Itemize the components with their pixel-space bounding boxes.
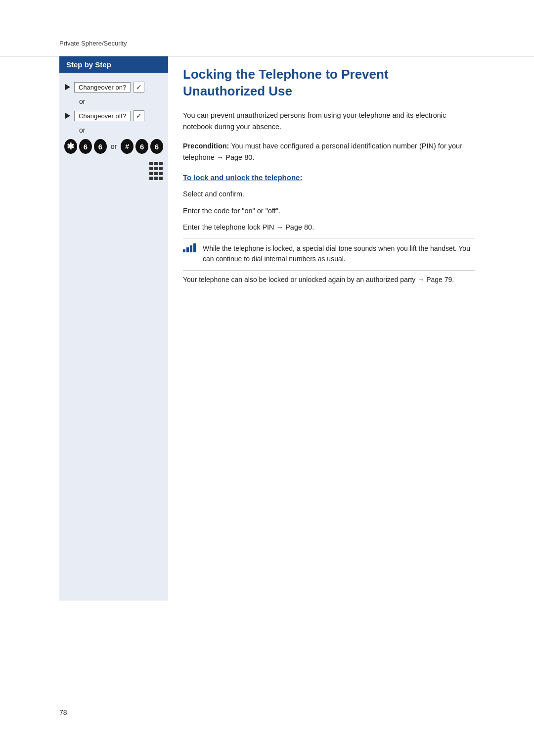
page-container: Private Sphere/Security Step by Step Cha… — [0, 0, 534, 756]
bar-4 — [193, 243, 196, 252]
or-label-1: or — [59, 96, 168, 106]
keypad-dot — [154, 162, 158, 165]
six-button-3: 6 — [135, 139, 148, 154]
star-button: ✱ — [64, 139, 77, 154]
keypad-dot — [159, 177, 163, 180]
or-label-2: or — [59, 125, 168, 135]
main-layout: Step by Step Changeover on? ✓ or — [0, 56, 534, 601]
step-by-step-header: Step by Step — [59, 56, 168, 73]
check-box-2: ✓ — [134, 110, 144, 121]
bar-2 — [186, 247, 189, 252]
instruction-row-3: Enter the telephone lock PIN → Page 80. — [183, 222, 475, 233]
bar-3 — [190, 245, 192, 252]
signal-bars — [183, 243, 196, 252]
description-text: You can prevent unauthorized persons fro… — [183, 110, 475, 133]
instruction-row-1: Select and confirm. — [183, 189, 475, 200]
sidebar-spacer — [59, 189, 168, 437]
note-row-1: While the telephone is locked, a special… — [183, 238, 475, 264]
keypad-dot — [154, 167, 158, 170]
content-area: Locking the Telephone to Prevent Unautho… — [168, 56, 475, 601]
changeover-off-label[interactable]: Changeover off? — [74, 111, 131, 121]
breadcrumb: Private Sphere/Security — [59, 40, 475, 47]
code-row: ✱ 6 6 or # 6 6 — [59, 135, 168, 158]
keypad-row — [59, 158, 168, 185]
page-title: Locking the Telephone to Prevent Unautho… — [183, 66, 475, 100]
header-section: Private Sphere/Security — [0, 0, 534, 56]
keypad-dot — [149, 172, 153, 175]
instruction-text-2: Enter the code for "on" or "off". — [183, 205, 280, 217]
sidebar-interactions: Changeover on? ✓ or Changeover off? ✓ or — [59, 73, 168, 189]
keypad-dot — [154, 172, 158, 175]
keypad-dot — [154, 177, 158, 180]
keypad-dot — [149, 162, 153, 165]
keypad-icon — [149, 162, 163, 181]
six-button-4: 6 — [150, 139, 163, 154]
page-number: 78 — [59, 709, 67, 716]
precondition-text: Precondition: You must have configured a… — [183, 141, 475, 163]
changeover-off-row: Changeover off? ✓ — [59, 108, 168, 123]
precondition-label: Precondition: — [183, 142, 229, 150]
keypad-dot — [159, 162, 163, 165]
bar-1 — [183, 249, 185, 252]
play-icon-2 — [64, 112, 71, 119]
note-text-2: Your telephone can also be locked or unl… — [183, 270, 475, 285]
play-triangle-2 — [65, 113, 70, 119]
instruction-text-3: Enter the telephone lock PIN → Page 80. — [183, 222, 314, 233]
note-text-1: While the telephone is locked, a special… — [203, 243, 475, 264]
play-icon-1 — [64, 84, 71, 91]
instruction-row-2: Enter the code for "on" or "off". — [183, 205, 475, 217]
section-heading: To lock and unlock the telephone: — [183, 173, 475, 182]
six-button-1: 6 — [79, 139, 92, 154]
signal-bars-icon — [183, 243, 198, 252]
changeover-on-row: Changeover on? ✓ — [59, 80, 168, 94]
sidebar: Step by Step Changeover on? ✓ or — [59, 56, 168, 601]
keypad-dot — [149, 167, 153, 170]
code-or-label: or — [111, 142, 117, 150]
keypad-dot — [149, 177, 153, 180]
six-button-2: 6 — [94, 139, 107, 154]
keypad-dot — [159, 172, 163, 175]
page-title-line1: Locking the Telephone to Prevent — [183, 67, 389, 82]
changeover-on-label[interactable]: Changeover on? — [74, 82, 131, 93]
hash-button: # — [121, 139, 134, 154]
instruction-text-1: Select and confirm. — [183, 189, 244, 200]
check-box-1: ✓ — [134, 82, 144, 93]
keypad-dot — [159, 167, 163, 170]
play-triangle-1 — [65, 84, 70, 90]
page-title-line2: Unauthorized Use — [183, 84, 292, 98]
